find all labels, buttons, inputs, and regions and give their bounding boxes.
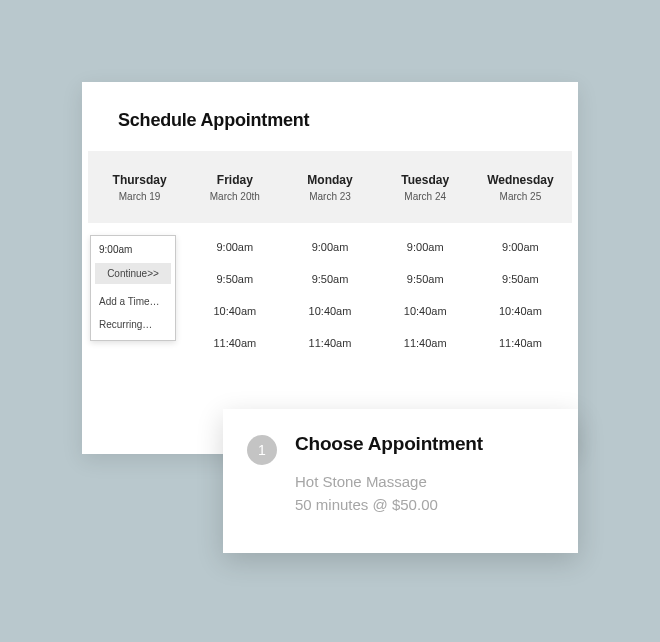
- time-slot[interactable]: 9:00am: [502, 241, 539, 253]
- popover-selected-time: 9:00am: [91, 236, 175, 261]
- slot-column: 9:00am 9:50am 10:40am 11:40am: [282, 241, 377, 349]
- day-name: Thursday: [92, 173, 187, 187]
- time-slot[interactable]: 11:40am: [499, 337, 542, 349]
- day-name: Monday: [282, 173, 377, 187]
- day-head-tuesday[interactable]: Tuesday March 24: [378, 173, 473, 202]
- time-slot[interactable]: 11:40am: [404, 337, 447, 349]
- day-name: Wednesday: [473, 173, 568, 187]
- time-slot[interactable]: 10:40am: [213, 305, 256, 317]
- time-slot[interactable]: 11:40am: [309, 337, 352, 349]
- day-date: March 24: [378, 191, 473, 202]
- schedule-title: Schedule Appointment: [82, 110, 578, 131]
- day-date: March 23: [282, 191, 377, 202]
- time-slot[interactable]: 11:40am: [213, 337, 256, 349]
- continue-button[interactable]: Continue>>: [95, 263, 171, 284]
- day-name: Tuesday: [378, 173, 473, 187]
- choose-appointment-card: 1 Choose Appointment Hot Stone Massage 5…: [223, 409, 578, 553]
- add-time-link[interactable]: Add a Time…: [91, 290, 175, 313]
- time-slot[interactable]: 9:00am: [407, 241, 444, 253]
- day-name: Friday: [187, 173, 282, 187]
- time-slots-area: 9:00am Continue>> Add a Time… Recurring……: [88, 223, 572, 349]
- time-slot[interactable]: 10:40am: [309, 305, 352, 317]
- time-slot[interactable]: 10:40am: [499, 305, 542, 317]
- time-slot[interactable]: 9:50am: [312, 273, 349, 285]
- time-slot[interactable]: 9:00am: [216, 241, 253, 253]
- day-date: March 19: [92, 191, 187, 202]
- slot-column: 9:00am 9:50am 10:40am 11:40am: [473, 241, 568, 349]
- slot-column: 9:00am 9:50am 10:40am 11:40am: [378, 241, 473, 349]
- time-slot[interactable]: 9:50am: [502, 273, 539, 285]
- choose-details: Hot Stone Massage 50 minutes @ $50.00: [295, 471, 483, 516]
- choose-heading: Choose Appointment: [295, 433, 483, 455]
- time-slot[interactable]: 10:40am: [404, 305, 447, 317]
- day-date: March 20th: [187, 191, 282, 202]
- slot-column: 9:00am 9:50am 10:40am 11:40am: [187, 241, 282, 349]
- time-slot[interactable]: 9:00am: [312, 241, 349, 253]
- day-head-wednesday[interactable]: Wednesday March 25: [473, 173, 568, 202]
- day-header-row: Thursday March 19 Friday March 20th Mond…: [88, 151, 572, 223]
- day-date: March 25: [473, 191, 568, 202]
- schedule-card: Schedule Appointment Thursday March 19 F…: [82, 82, 578, 454]
- day-head-monday[interactable]: Monday March 23: [282, 173, 377, 202]
- time-slot[interactable]: 9:50am: [216, 273, 253, 285]
- step-badge: 1: [247, 435, 277, 465]
- time-slot[interactable]: 9:50am: [407, 273, 444, 285]
- day-head-thursday[interactable]: Thursday March 19: [92, 173, 187, 202]
- day-head-friday[interactable]: Friday March 20th: [187, 173, 282, 202]
- recurring-link[interactable]: Recurring…: [91, 313, 175, 340]
- choose-body: Choose Appointment Hot Stone Massage 50 …: [295, 433, 483, 516]
- service-detail: 50 minutes @ $50.00: [295, 494, 483, 517]
- service-name: Hot Stone Massage: [295, 471, 483, 494]
- time-popover: 9:00am Continue>> Add a Time… Recurring…: [90, 235, 176, 341]
